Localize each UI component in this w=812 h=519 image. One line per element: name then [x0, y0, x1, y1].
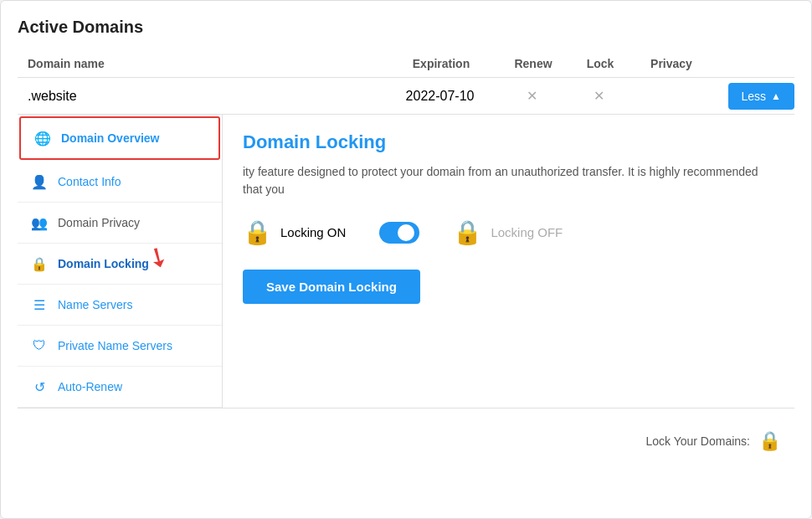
lock-icon: 🔒 [31, 255, 48, 272]
sidebar-item-label-domain-overview: Domain Overview [61, 131, 160, 145]
expanded-area: 🌐 Domain Overview 👤 Contact Info 👥 Domai… [18, 115, 794, 409]
locking-row: 🔒 Locking ON 🔒 Locking OFF [243, 218, 774, 246]
sidebar-item-domain-overview[interactable]: 🌐 Domain Overview [19, 116, 220, 160]
toggle-slider [379, 222, 419, 244]
sidebar-item-label-private-name-servers: Private Name Servers [58, 339, 172, 352]
sidebar-item-contact-info[interactable]: 👤 Contact Info [18, 162, 222, 203]
locking-on-label: Locking ON [280, 225, 346, 239]
sidebar-item-auto-renew[interactable]: ↺ Auto-Renew [18, 367, 222, 408]
refresh-icon: ↺ [31, 378, 48, 395]
domain-renew-icon: ✕ [499, 88, 566, 104]
header-renew: Renew [500, 57, 567, 70]
privacy-icon: 👥 [31, 214, 48, 231]
main-content-area: Domain Locking ity feature designed to p… [223, 115, 794, 408]
header-domain: Domain name [28, 57, 383, 70]
sidebar-item-label-domain-locking: Domain Locking [58, 257, 149, 270]
table-header: Domain name Expiration Renew Lock Privac… [18, 50, 794, 78]
sidebar-item-label-auto-renew: Auto-Renew [58, 380, 122, 393]
sidebar-item-domain-privacy[interactable]: 👥 Domain Privacy ➘ [18, 203, 222, 244]
servers-icon: ☰ [31, 296, 48, 313]
chevron-up-icon: ▲ [771, 90, 781, 102]
locking-on-option: 🔒 Locking ON [243, 218, 346, 246]
header-expiration: Expiration [383, 57, 500, 70]
lock-off-icon: 🔒 [453, 218, 482, 246]
sidebar-item-label-name-servers: Name Servers [58, 298, 132, 311]
sidebar-item-domain-locking[interactable]: 🔒 Domain Locking [18, 244, 222, 285]
header-lock: Lock [567, 57, 634, 70]
page-title: Active Domains [18, 18, 794, 37]
domain-name: .website [28, 89, 382, 104]
less-button[interactable]: Less ▲ [728, 83, 794, 110]
main-container: Active Domains Domain name Expiration Re… [0, 0, 812, 519]
domain-expiration: 2022-07-10 [382, 89, 499, 104]
contact-icon: 👤 [31, 173, 48, 190]
locking-off-option: 🔒 Locking OFF [453, 218, 563, 246]
locking-off-label: Locking OFF [491, 225, 563, 239]
sidebar-item-name-servers[interactable]: ☰ Name Servers [18, 285, 222, 326]
sidebar: 🌐 Domain Overview 👤 Contact Info 👥 Domai… [18, 115, 223, 408]
footer-label: Lock Your Domains: [645, 434, 750, 448]
save-domain-locking-button[interactable]: Save Domain Locking [243, 270, 420, 304]
shield-icon: 🛡 [31, 337, 48, 354]
section-title: Domain Locking [243, 131, 774, 153]
globe-icon: 🌐 [34, 130, 51, 146]
header-privacy: Privacy [634, 57, 709, 70]
footer-area: Lock Your Domains: 🔒 [18, 419, 794, 464]
locking-toggle[interactable] [379, 222, 419, 244]
sidebar-item-label-contact-info: Contact Info [58, 175, 121, 188]
sidebar-item-label-domain-privacy: Domain Privacy [58, 216, 140, 229]
domain-lock-icon: ✕ [566, 88, 633, 104]
section-description: ity feature designed to protect your dom… [243, 163, 774, 198]
domain-row: .website 2022-07-10 ✕ ✕ Less ▲ [18, 78, 794, 115]
sidebar-item-private-name-servers[interactable]: 🛡 Private Name Servers [18, 326, 222, 367]
footer-lock-icon: 🔒 [758, 430, 781, 452]
less-label: Less [742, 90, 767, 103]
lock-on-icon: 🔒 [243, 218, 272, 246]
